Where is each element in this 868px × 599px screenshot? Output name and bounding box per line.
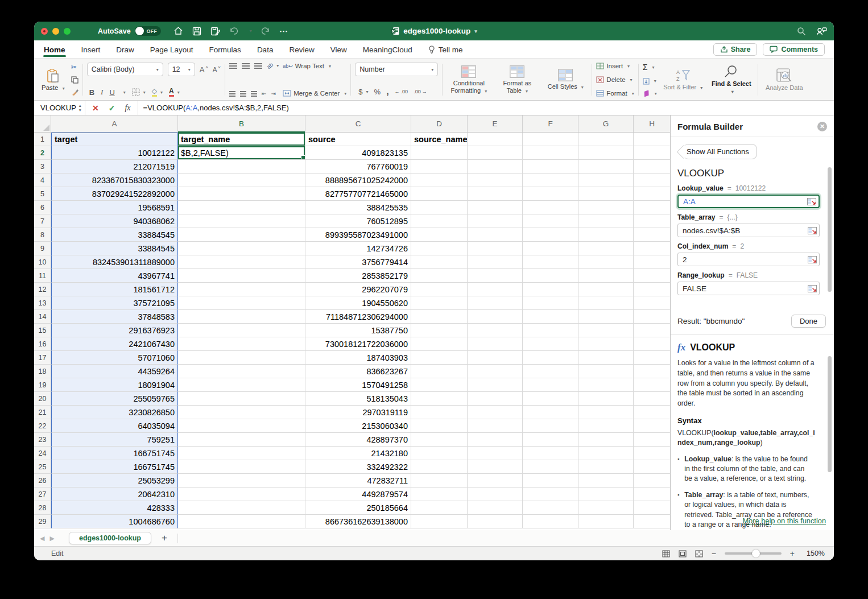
column-header-b[interactable]: B xyxy=(178,115,305,132)
column-header-h[interactable]: H xyxy=(634,115,670,132)
cell-empty[interactable] xyxy=(523,187,578,201)
cell-empty[interactable] xyxy=(523,365,578,378)
cell-empty[interactable] xyxy=(634,255,670,269)
column-header-a[interactable]: A xyxy=(51,115,178,132)
normal-view-icon[interactable] xyxy=(662,550,670,557)
range-selector-icon[interactable] xyxy=(808,227,817,234)
cell-empty[interactable] xyxy=(468,501,523,515)
cell-empty[interactable] xyxy=(523,255,578,269)
cell-target[interactable]: 375721095 xyxy=(51,296,178,310)
cell-empty[interactable] xyxy=(411,310,468,324)
cell-empty[interactable] xyxy=(523,337,578,351)
cell-empty[interactable] xyxy=(634,337,670,351)
row-number[interactable]: 9 xyxy=(34,242,51,255)
page-break-view-icon[interactable] xyxy=(695,550,703,557)
table-array-input[interactable]: nodes.csv!$A:$B xyxy=(677,224,820,237)
cell-target[interactable]: 20642310 xyxy=(51,488,178,501)
shrink-font-button[interactable]: A˅ xyxy=(213,66,221,73)
cell-target-name[interactable] xyxy=(178,337,305,351)
cell-empty[interactable] xyxy=(411,269,468,283)
row-number[interactable]: 2 xyxy=(34,146,51,160)
sort-filter-button[interactable]: AZ Sort & Filter ▾ xyxy=(661,61,705,98)
cell-empty[interactable] xyxy=(468,187,523,201)
cell-target-name[interactable] xyxy=(178,433,305,447)
home-icon[interactable] xyxy=(173,26,183,36)
cell-empty[interactable] xyxy=(523,474,578,488)
cell-source[interactable]: 2970319119 xyxy=(305,406,411,419)
row-number[interactable]: 23 xyxy=(34,433,51,447)
cell-empty[interactable] xyxy=(468,269,523,283)
cell-source[interactable]: 899395587023491000 xyxy=(305,228,411,242)
row-number[interactable]: 24 xyxy=(34,447,51,460)
fill-color-button[interactable]: ◇▾ xyxy=(152,88,163,97)
cell-empty[interactable] xyxy=(578,242,634,255)
underline-button[interactable]: U xyxy=(109,88,114,97)
column-header-e[interactable]: E xyxy=(468,115,523,132)
tab-meaningcloud[interactable]: MeaningCloud xyxy=(362,42,413,57)
close-window-button[interactable] xyxy=(41,28,48,35)
cell-empty[interactable] xyxy=(578,310,634,324)
cell-empty[interactable] xyxy=(578,365,634,378)
cell-target-name[interactable] xyxy=(178,406,305,419)
row-number[interactable]: 4 xyxy=(34,173,51,187)
cell-empty[interactable] xyxy=(411,433,468,447)
cell-empty[interactable] xyxy=(578,406,634,419)
cell-target-name[interactable] xyxy=(178,419,305,433)
row-number[interactable]: 8 xyxy=(34,228,51,242)
comments-button[interactable]: Comments xyxy=(763,43,825,56)
cell-empty[interactable] xyxy=(578,515,634,528)
cell-empty[interactable] xyxy=(468,255,523,269)
tab-page-layout[interactable]: Page Layout xyxy=(150,42,194,57)
cell-empty[interactable] xyxy=(634,378,670,392)
confirm-entry-button[interactable]: ✓ xyxy=(109,104,115,113)
cell-empty[interactable] xyxy=(634,214,670,228)
cell-empty[interactable] xyxy=(523,392,578,406)
cell-empty[interactable] xyxy=(578,160,634,173)
row-number[interactable]: 6 xyxy=(34,201,51,214)
column-header-g[interactable]: G xyxy=(578,115,634,132)
merge-center-button[interactable]: Merge & Center▾ xyxy=(283,90,346,97)
cell-empty[interactable] xyxy=(411,255,468,269)
find-select-button[interactable]: Find & Select ▾ xyxy=(709,61,754,98)
cell-empty[interactable] xyxy=(468,283,523,296)
cell-empty[interactable] xyxy=(578,187,634,201)
font-name-select[interactable]: Calibri (Body)▾ xyxy=(87,63,163,76)
cell-empty[interactable] xyxy=(523,406,578,419)
cell-empty[interactable] xyxy=(578,283,634,296)
cell-target-header[interactable]: target xyxy=(51,133,178,146)
cell-empty[interactable] xyxy=(578,351,634,365)
cell-empty[interactable] xyxy=(411,406,468,419)
cell-source[interactable]: 2853852179 xyxy=(305,269,411,283)
cell-target-name[interactable] xyxy=(178,351,305,365)
row-number[interactable]: 22 xyxy=(34,419,51,433)
cell-empty[interactable] xyxy=(578,378,634,392)
row-number[interactable]: 26 xyxy=(34,474,51,488)
italic-button[interactable]: I xyxy=(101,88,103,97)
presence-icon[interactable] xyxy=(816,27,827,36)
cell-target-name[interactable] xyxy=(178,228,305,242)
cell-empty[interactable] xyxy=(578,501,634,515)
cell-empty[interactable] xyxy=(468,133,523,146)
cell-empty[interactable] xyxy=(578,201,634,214)
cell-empty[interactable] xyxy=(411,214,468,228)
cell-target[interactable]: 166751745 xyxy=(51,447,178,460)
cell-empty[interactable] xyxy=(578,255,634,269)
cell-empty[interactable] xyxy=(634,201,670,214)
autosum-button[interactable]: Σ▾ xyxy=(643,63,657,72)
align-left-icon[interactable] xyxy=(229,91,235,97)
cell-source[interactable]: 888895671025242000 xyxy=(305,173,411,187)
row-number[interactable]: 28 xyxy=(34,501,51,515)
cell-source[interactable]: 4091823135 xyxy=(305,146,411,160)
cell-empty[interactable] xyxy=(634,406,670,419)
cell-empty[interactable] xyxy=(468,447,523,460)
cell-target[interactable]: 19568591 xyxy=(51,201,178,214)
cell-target[interactable]: 64035094 xyxy=(51,419,178,433)
align-top-icon[interactable] xyxy=(229,63,237,69)
cell-empty[interactable] xyxy=(411,460,468,474)
tab-draw[interactable]: Draw xyxy=(115,42,135,57)
cell-target[interactable]: 3230826850 xyxy=(51,406,178,419)
cell-empty[interactable] xyxy=(578,324,634,337)
more-commands-icon[interactable]: ⋯ xyxy=(279,26,288,36)
cell-target[interactable]: 759251 xyxy=(51,433,178,447)
cell-target[interactable]: 33884545 xyxy=(51,242,178,255)
